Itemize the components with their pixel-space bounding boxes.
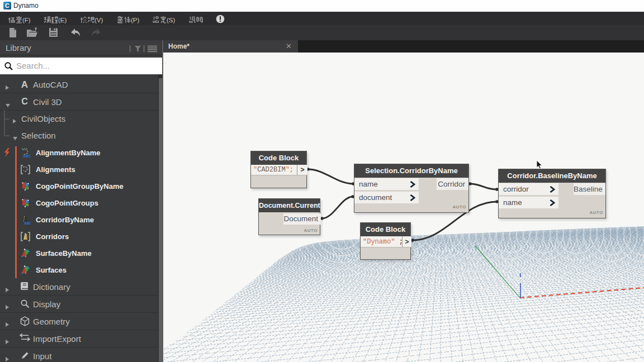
svg-text:C: C: [5, 2, 10, 9]
svg-text:ABC: ABC: [23, 154, 31, 158]
svg-text:ABC: ABC: [24, 221, 31, 225]
